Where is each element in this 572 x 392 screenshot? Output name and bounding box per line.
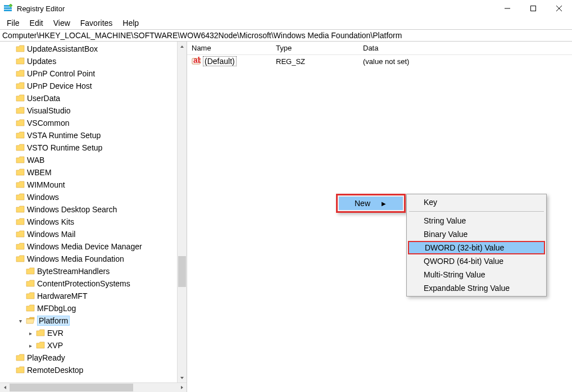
tree-item[interactable]: Windows [3, 191, 177, 203]
context-item-binary[interactable]: Binary Value [408, 227, 545, 241]
tree-horizontal-scrollbar[interactable] [0, 382, 187, 392]
minimize-button[interactable] [494, 0, 520, 17]
tree-item[interactable]: PlayReady [3, 352, 177, 364]
column-name[interactable]: Name [187, 44, 271, 52]
tree-item[interactable]: WIMMount [3, 179, 177, 191]
tree-item[interactable]: ▸EVR [24, 327, 177, 339]
tree-expander-spacer [7, 83, 13, 89]
column-data[interactable]: Data [358, 44, 572, 52]
menu-view[interactable]: View [49, 17, 75, 29]
value-type: REG_SZ [271, 57, 358, 66]
scrollbar-thumb[interactable] [178, 256, 186, 287]
context-item-expandable[interactable]: Expandable String Value [408, 281, 545, 295]
tree-vertical-scrollbar[interactable] [177, 42, 187, 382]
column-type[interactable]: Type [271, 44, 358, 52]
tree-item[interactable]: VSCommon [3, 117, 177, 129]
submenu-arrow-icon: ▶ [370, 200, 386, 207]
tree-item[interactable]: ByteStreamHandlers [13, 265, 177, 277]
maximize-button[interactable] [520, 0, 546, 17]
tree-item-label: EVR [47, 329, 63, 338]
svg-rect-1 [4, 7, 12, 9]
tree-item[interactable]: MFDbgLog [13, 302, 177, 314]
tree-item[interactable]: HardwareMFT [13, 290, 177, 302]
chevron-right-icon[interactable]: ▸ [27, 330, 34, 336]
close-button[interactable] [546, 0, 572, 17]
window-controls [494, 0, 572, 17]
tree-item-label: Windows Desktop Search [27, 205, 117, 214]
folder-icon [16, 193, 25, 201]
folder-icon [16, 57, 25, 65]
tree-item[interactable]: WAB [3, 154, 177, 166]
menu-help[interactable]: Help [118, 17, 143, 29]
tree-pane: UpdateAssistantBox Updates UPnP Control … [0, 42, 187, 392]
tree-item[interactable]: ▾Platform [13, 314, 177, 327]
list-row[interactable]: ab (Default) REG_SZ (value not set) [187, 55, 572, 67]
tree-item[interactable]: UPnP Control Point [3, 67, 177, 80]
tree-item-label: WIMMount [27, 180, 65, 189]
tree-item[interactable]: Windows Mail [3, 228, 177, 240]
scrollbar-thumb[interactable] [10, 384, 133, 391]
svg-rect-5 [531, 6, 536, 11]
tree-item[interactable]: VisualStudio [3, 104, 177, 117]
context-item-string[interactable]: String Value [408, 214, 545, 227]
tree-item-label: HardwareMFT [37, 291, 87, 300]
tree-item-label: Windows Media Device Manager [27, 242, 142, 251]
list-header: Name Type Data [187, 42, 572, 55]
tree-item-label: Windows Mail [27, 230, 75, 239]
tree-item-label: ContentProtectionSystems [37, 279, 130, 288]
window-title: Registry Editor [17, 4, 494, 13]
tree-item[interactable]: ContentProtectionSystems [13, 277, 177, 290]
menu-favorites[interactable]: Favorites [76, 17, 117, 29]
tree-item[interactable]: UserData [3, 92, 177, 104]
tree-item-label: MFDbgLog [37, 304, 76, 313]
tree-item[interactable]: WBEM [3, 166, 177, 179]
tree-item[interactable]: ▸XVP [24, 339, 177, 352]
tree-item[interactable]: Windows Media Device Manager [3, 240, 177, 253]
context-item-qword[interactable]: QWORD (64-bit) Value [408, 254, 545, 268]
chevron-right-icon[interactable]: ▸ [27, 343, 34, 349]
tree-expander-spacer [7, 120, 13, 126]
context-item-dword[interactable]: DWORD (32-bit) Value [408, 241, 545, 254]
folder-icon [16, 131, 25, 139]
folder-icon [16, 156, 25, 164]
menu-file[interactable]: File [2, 17, 24, 29]
tree-item[interactable]: UpdateAssistantBox [3, 43, 177, 55]
folder-icon [26, 280, 35, 288]
reg-string-icon: ab [192, 57, 201, 66]
folder-icon [16, 366, 25, 374]
tree-expander-spacer [7, 108, 13, 114]
folder-icon [16, 144, 25, 152]
context-item-multistring[interactable]: Multi-String Value [408, 268, 545, 281]
tree-item-label: WAB [27, 156, 44, 165]
context-item-key[interactable]: Key [408, 195, 545, 209]
tree-item-label: UPnP Device Host [27, 81, 92, 90]
tree-item[interactable]: Windows Media Foundation [3, 253, 177, 265]
folder-icon [16, 119, 25, 127]
tree-item[interactable]: Updates [3, 55, 177, 67]
menu-separator [409, 211, 544, 212]
tree-item[interactable]: VSTO Runtime Setup [3, 142, 177, 154]
context-item-new[interactable]: New ▶ [339, 197, 403, 210]
tree-item[interactable]: VSTA Runtime Setup [3, 129, 177, 142]
folder-icon [16, 218, 25, 226]
tree-item[interactable]: UPnP Device Host [3, 80, 177, 92]
folder-icon [36, 329, 45, 337]
tree-item[interactable]: RemoteDesktop [3, 364, 177, 376]
folder-icon [26, 292, 35, 300]
address-bar[interactable]: Computer\HKEY_LOCAL_MACHINE\SOFTWARE\WOW… [0, 29, 572, 42]
folder-icon [16, 206, 25, 213]
scroll-left-icon[interactable] [0, 383, 10, 392]
folder-icon [16, 107, 25, 115]
tree-expander-spacer [7, 182, 13, 188]
scroll-up-icon[interactable] [178, 42, 187, 51]
tree-item[interactable]: Windows Kits [3, 216, 177, 228]
tree-item-label: Windows Kits [27, 217, 74, 226]
folder-icon [16, 230, 25, 238]
folder-icon [16, 45, 25, 53]
menu-edit[interactable]: Edit [25, 17, 48, 29]
scroll-right-icon[interactable] [177, 383, 187, 392]
tree-item[interactable]: Windows Desktop Search [3, 203, 177, 216]
titlebar: Registry Editor [0, 0, 572, 17]
scroll-down-icon[interactable] [178, 373, 187, 382]
chevron-down-icon[interactable]: ▾ [17, 318, 24, 324]
